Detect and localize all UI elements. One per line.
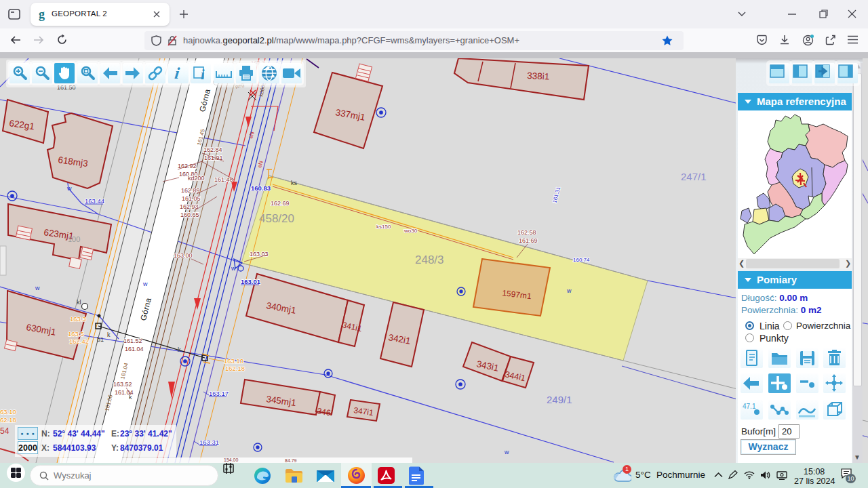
- svg-text:kd200: kd200: [188, 175, 205, 182]
- svg-text:249/1: 249/1: [547, 394, 572, 405]
- svg-text:wo30: wo30: [403, 228, 418, 234]
- svg-text:154.00: 154.00: [224, 458, 239, 462]
- svg-text:162.42: 162.42: [69, 338, 89, 345]
- svg-text:161.05: 161.05: [182, 195, 201, 202]
- svg-text:84.79: 84.79: [285, 458, 297, 463]
- svg-text:w: w: [566, 287, 572, 294]
- svg-text:k: k: [107, 331, 111, 338]
- svg-text:163.44: 163.44: [85, 197, 104, 205]
- svg-text:161.04: 161.04: [125, 346, 144, 352]
- svg-text:162.93: 162.93: [180, 203, 199, 210]
- svg-text:w: w: [35, 285, 40, 291]
- svg-text:161.69: 161.69: [519, 237, 538, 244]
- svg-text:163.3: 163.3: [70, 315, 86, 323]
- svg-text:62.18: 62.18: [0, 416, 16, 424]
- svg-text:160.83: 160.83: [251, 184, 271, 192]
- svg-text:163.5: 163.5: [68, 330, 84, 338]
- svg-text:k: k: [129, 394, 132, 401]
- svg-text:54: 54: [0, 426, 9, 436]
- svg-text:162.89: 162.89: [181, 187, 200, 194]
- svg-text:162.58: 162.58: [517, 229, 536, 236]
- svg-text:w: w: [231, 265, 236, 272]
- svg-text:162.84: 162.84: [203, 146, 222, 153]
- svg-text:163.31: 163.31: [199, 439, 219, 446]
- svg-text:163.03: 163.03: [250, 251, 269, 258]
- svg-text:ks: ks: [291, 180, 298, 186]
- svg-text:247/1: 247/1: [681, 171, 707, 182]
- svg-text:161.91: 161.91: [204, 155, 223, 161]
- svg-text:47.1: 47.1: [743, 403, 756, 410]
- svg-text:162.69: 162.69: [271, 200, 290, 207]
- svg-text:163.01: 163.01: [241, 278, 261, 285]
- svg-text:kl: kl: [77, 299, 81, 306]
- svg-text:b1: b1: [97, 336, 104, 343]
- svg-text:163.10: 163.10: [224, 357, 243, 365]
- svg-text:i: i: [201, 67, 205, 82]
- svg-text:ks150: ks150: [376, 224, 391, 230]
- svg-text:160.74: 160.74: [573, 257, 590, 263]
- svg-text:248/3: 248/3: [415, 253, 444, 266]
- svg-text:63.10: 63.10: [0, 408, 16, 415]
- svg-text:163.17: 163.17: [209, 390, 229, 397]
- svg-text:k: k: [178, 346, 181, 353]
- svg-text:w: w: [142, 281, 148, 287]
- svg-text:100: 100: [68, 235, 80, 243]
- svg-text:w: w: [504, 449, 509, 455]
- svg-text:162.18: 162.18: [225, 365, 245, 372]
- svg-text:i: i: [174, 64, 181, 82]
- svg-text:163.52: 163.52: [113, 381, 132, 388]
- svg-text:160.65: 160.65: [180, 211, 199, 218]
- svg-text:458/20: 458/20: [259, 212, 294, 225]
- svg-text:163.00: 163.00: [174, 252, 193, 259]
- svg-text:w: w: [66, 185, 72, 192]
- svg-text:161.52: 161.52: [123, 338, 142, 344]
- svg-text:338i1: 338i1: [527, 70, 550, 82]
